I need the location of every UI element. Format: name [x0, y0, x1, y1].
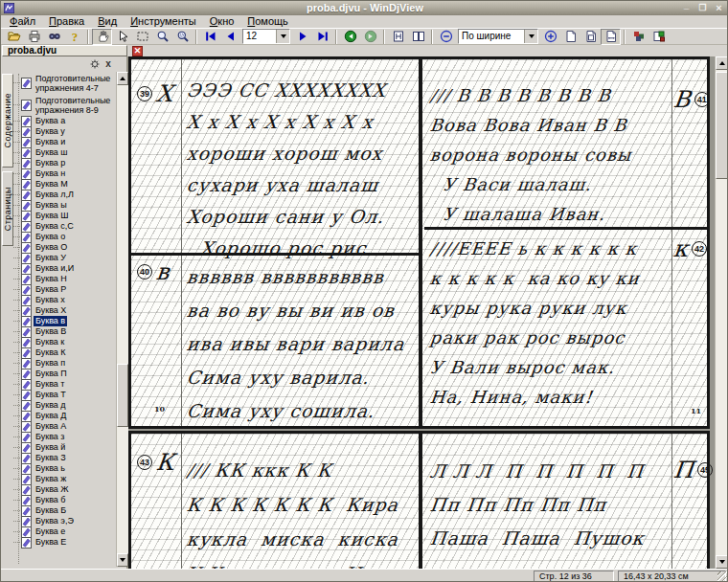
close-button[interactable]: [713, 2, 725, 13]
fit-page-button[interactable]: [580, 29, 601, 45]
zoom-select-tool-button[interactable]: [172, 29, 193, 45]
document-tab[interactable]: proba.djvu: [2, 45, 127, 56]
toc-item[interactable]: Буква л,Л: [13, 190, 116, 200]
toc-item[interactable]: Буква и: [13, 137, 116, 147]
color-adjust-button[interactable]: [628, 29, 648, 45]
toc-item[interactable]: Буква У: [13, 253, 116, 263]
scrollbar-thumb[interactable]: [716, 72, 728, 179]
toc-item[interactable]: Буква ш: [13, 147, 116, 158]
sidebar-scrollbar[interactable]: [116, 72, 128, 567]
document-close-icon[interactable]: ✕: [132, 46, 143, 56]
toc-item[interactable]: Буква т: [13, 379, 116, 390]
rect-select-tool-button[interactable]: [132, 29, 152, 45]
toc-item[interactable]: Буква Ш: [13, 211, 116, 221]
pin-icon[interactable]: [90, 59, 100, 69]
menu-item-5[interactable]: Помощь: [240, 15, 295, 28]
toc-item[interactable]: Буква о: [13, 232, 116, 242]
toc-item[interactable]: Буква п: [13, 358, 116, 369]
toc-item[interactable]: Буква Е: [13, 537, 116, 548]
toc-item[interactable]: Буква д: [13, 400, 116, 411]
resize-grip[interactable]: [717, 571, 728, 582]
toc-item[interactable]: Буква ж: [13, 474, 116, 484]
facing-pages-layout-button[interactable]: [408, 29, 428, 45]
toc-item[interactable]: Буква и,И: [13, 263, 116, 274]
history-forward-button[interactable]: [360, 29, 380, 45]
minimize-button[interactable]: [680, 2, 693, 13]
page-number-combo[interactable]: 12: [242, 29, 290, 44]
toc-item[interactable]: Буква Р: [13, 284, 116, 295]
pan-tool-button[interactable]: [92, 29, 112, 45]
display-mode-button[interactable]: [648, 29, 669, 45]
toc-item[interactable]: Буква К: [13, 347, 116, 358]
toc-item[interactable]: Буква с,С: [13, 221, 116, 232]
toc-item[interactable]: Буква Н: [13, 274, 116, 284]
zoom-in-button[interactable]: [540, 29, 560, 45]
toc-item[interactable]: Буква э,Э: [13, 516, 116, 526]
title-bar[interactable]: proba.djvu - WinDjView: [1, 1, 728, 15]
sidebar-tab-contents[interactable]: Содержание: [2, 74, 13, 168]
scroll-up-icon[interactable]: [716, 56, 728, 70]
toc-item[interactable]: Буква ы: [13, 200, 116, 211]
menu-item-0[interactable]: Файл: [3, 15, 42, 28]
toc-item[interactable]: Буква н: [13, 168, 116, 179]
first-page-button[interactable]: [200, 29, 220, 45]
toc-item[interactable]: Буква р: [13, 158, 116, 168]
toc-item[interactable]: Буква Б: [13, 505, 116, 516]
menu-item-3[interactable]: Инструменты: [124, 15, 203, 28]
sidebar-close-icon[interactable]: x: [103, 58, 113, 69]
document-viewport[interactable]: 39ХЭЭЭ СС ХХХХХХХХХ х Х х Х х Х х Х ххор…: [128, 56, 715, 569]
toc-item[interactable]: Буква х: [13, 295, 116, 305]
toc-item[interactable]: Буква к: [13, 337, 116, 347]
zoom-tool-button[interactable]: [152, 29, 172, 45]
scroll-down-icon[interactable]: [716, 555, 728, 569]
help-button[interactable]: ?: [64, 29, 84, 45]
toc-item[interactable]: Подготовительные упражнения 8-9: [13, 94, 116, 116]
toc-item[interactable]: Буква б: [13, 495, 116, 505]
restore-button[interactable]: [696, 2, 709, 13]
zoom-out-button[interactable]: [436, 29, 456, 45]
menu-item-2[interactable]: Вид: [91, 15, 124, 28]
previous-page-button[interactable]: [220, 29, 240, 45]
scroll-up-icon[interactable]: [117, 72, 128, 85]
open-file-button[interactable]: [4, 29, 24, 45]
scrollbar-thumb[interactable]: [117, 364, 128, 427]
toc-item[interactable]: Буква В: [13, 326, 116, 337]
toc-item[interactable]: Буква ь: [13, 463, 116, 474]
toc-item[interactable]: Буква е: [13, 526, 116, 537]
toc-item[interactable]: Буква а: [13, 116, 116, 126]
menu-item-1[interactable]: Правка: [42, 15, 91, 28]
toc-item[interactable]: Буква з: [13, 432, 116, 442]
toc-item[interactable]: Буква в: [13, 316, 116, 326]
scroll-down-icon[interactable]: [117, 553, 128, 567]
toc-item[interactable]: Буква А: [13, 421, 116, 432]
page-spread-1[interactable]: 39ХЭЭЭ СС ХХХХХХХХХ х Х х Х х Х х Х ххор…: [128, 56, 710, 429]
toc-item[interactable]: Буква М: [13, 179, 116, 190]
sidebar-tab-pages[interactable]: Страницы: [2, 171, 13, 246]
single-page-layout-button[interactable]: [388, 29, 408, 45]
toc-item[interactable]: Буква Х: [13, 305, 116, 316]
page-combo-dropdown-icon[interactable]: [276, 30, 289, 43]
find-button[interactable]: [44, 29, 64, 45]
print-button[interactable]: [24, 29, 44, 45]
zoom-mode-combo[interactable]: По ширине: [458, 29, 538, 44]
menu-item-4[interactable]: Окно: [203, 15, 241, 28]
select-tool-button[interactable]: [112, 29, 132, 45]
toc-item[interactable]: Буква З: [13, 453, 116, 463]
page-spread-2[interactable]: 43К/// КК ккк К КК К К К К К К Киракукла…: [128, 431, 710, 569]
zoom-combo-dropdown-icon[interactable]: [524, 30, 537, 43]
section-42-margin: к42: [673, 235, 707, 262]
toc-item[interactable]: Буква Ж: [13, 484, 116, 495]
toc-item[interactable]: Буква Д: [13, 411, 116, 421]
toc-item[interactable]: Буква у: [13, 126, 116, 137]
toc-item[interactable]: Буква О: [13, 242, 116, 253]
last-page-button[interactable]: [312, 29, 332, 45]
document-scrollbar[interactable]: [715, 56, 728, 569]
toc-item[interactable]: Буква Т: [13, 390, 116, 400]
actual-size-button[interactable]: [560, 29, 580, 45]
toc-item[interactable]: Подготовительные упражнения 4-7: [13, 72, 116, 94]
toc-item[interactable]: Буква й: [13, 442, 116, 453]
fit-width-button[interactable]: [601, 29, 621, 45]
next-page-button[interactable]: [292, 29, 312, 45]
toc-item[interactable]: Буква П: [13, 369, 116, 379]
history-back-button[interactable]: [340, 29, 360, 45]
